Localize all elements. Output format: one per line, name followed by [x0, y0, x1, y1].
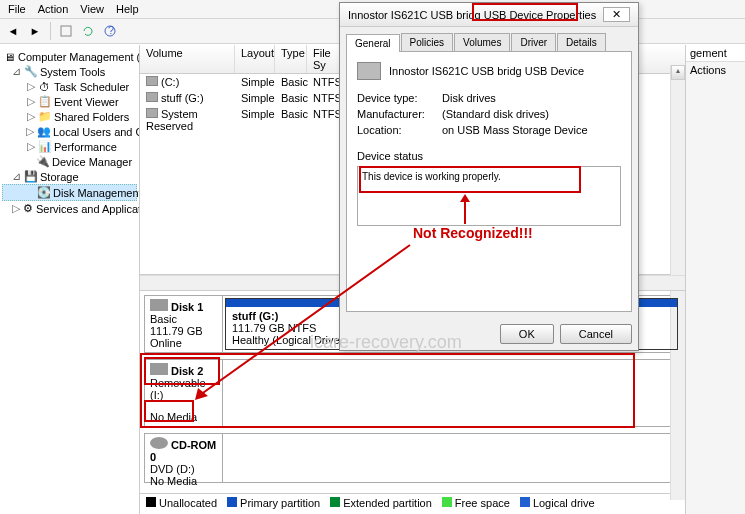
folder-icon: 📁	[38, 110, 51, 123]
tree-disk-management[interactable]: 💽Disk Management	[2, 184, 137, 201]
tree-storage[interactable]: ⊿💾Storage	[2, 169, 137, 184]
services-icon: ⚙	[23, 202, 33, 215]
volume-icon	[146, 108, 158, 118]
actions-item[interactable]: Actions	[686, 62, 745, 78]
computer-icon: 🖥	[4, 50, 15, 63]
perf-icon: 📊	[38, 140, 51, 153]
disk-panel-2[interactable]: Disk 2 Removable (I:) No Media	[144, 359, 681, 427]
dialog-titlebar[interactable]: Innostor IS621C USB bridg USB Device Pro…	[340, 3, 638, 27]
tab-policies[interactable]: Policies	[401, 33, 453, 51]
tree-performance[interactable]: ▷📊Performance	[2, 139, 137, 154]
clock-icon: ⏱	[38, 80, 51, 93]
cdrom-icon	[150, 437, 168, 449]
storage-icon: 💾	[24, 170, 37, 183]
refresh-icon[interactable]	[79, 22, 97, 40]
tools-icon: 🔧	[24, 65, 37, 78]
tab-driver[interactable]: Driver	[511, 33, 556, 51]
forward-button[interactable]: ►	[26, 22, 44, 40]
dialog-tabs: General Policies Volumes Driver Details	[346, 33, 632, 52]
tree-computer-management[interactable]: 🖥Computer Management (Local	[2, 49, 137, 64]
tab-volumes[interactable]: Volumes	[454, 33, 510, 51]
menu-help[interactable]: Help	[116, 3, 139, 15]
cancel-button[interactable]: Cancel	[560, 324, 632, 344]
ok-button[interactable]: OK	[500, 324, 554, 344]
users-icon: 👥	[37, 125, 50, 138]
device-status-label: Device status	[357, 150, 621, 162]
disk-icon	[150, 363, 168, 375]
disk-icon: 💽	[37, 186, 50, 199]
back-button[interactable]: ◄	[4, 22, 22, 40]
device-icon: 🔌	[36, 155, 49, 168]
svg-rect-0	[61, 26, 71, 36]
help-icon[interactable]: ?	[101, 22, 119, 40]
volume-icon	[146, 92, 158, 102]
tree-services[interactable]: ▷⚙Services and Applications	[2, 201, 137, 216]
tree-task-scheduler[interactable]: ▷⏱Task Scheduler	[2, 79, 137, 94]
disk-icon	[150, 299, 168, 311]
device-name: Innostor IS621C USB bridg USB Device	[389, 65, 584, 77]
menu-file[interactable]: File	[8, 3, 26, 15]
actions-header: gement	[686, 45, 745, 62]
menu-view[interactable]: View	[80, 3, 104, 15]
device-properties-dialog: Innostor IS621C USB bridg USB Device Pro…	[339, 2, 639, 351]
tree-event-viewer[interactable]: ▷📋Event Viewer	[2, 94, 137, 109]
drive-icon	[357, 62, 381, 80]
svg-text:?: ?	[108, 24, 114, 36]
tab-details[interactable]: Details	[557, 33, 606, 51]
tree-device-manager[interactable]: 🔌Device Manager	[2, 154, 137, 169]
tab-general[interactable]: General	[346, 34, 400, 52]
close-button[interactable]: ✕	[603, 7, 630, 22]
event-icon: 📋	[38, 95, 51, 108]
device-status-box: This device is working properly.	[357, 166, 621, 226]
menu-action[interactable]: Action	[38, 3, 69, 15]
disk-panel-cdrom[interactable]: CD-ROM 0 DVD (D:) No Media	[144, 433, 681, 483]
legend: Unallocated Primary partition Extended p…	[140, 493, 685, 512]
volume-icon	[146, 76, 158, 86]
tree-shared-folders[interactable]: ▷📁Shared Folders	[2, 109, 137, 124]
nav-tree[interactable]: 🖥Computer Management (Local ⊿🔧System Too…	[0, 45, 140, 514]
toolbar-icon[interactable]	[57, 22, 75, 40]
actions-panel: gement Actions	[685, 45, 745, 514]
tree-local-users[interactable]: ▷👥Local Users and Groups	[2, 124, 137, 139]
tree-system-tools[interactable]: ⊿🔧System Tools	[2, 64, 137, 79]
